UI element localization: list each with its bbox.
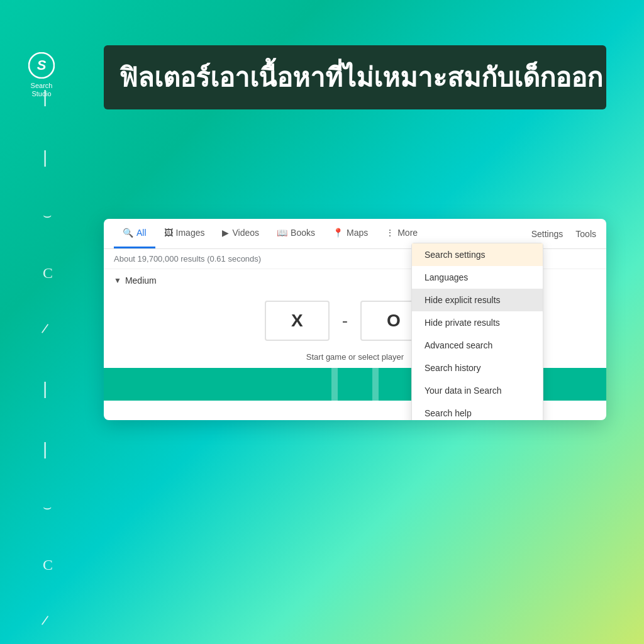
tab-maps[interactable]: 📍 Maps [324,219,377,248]
dropdown-menu: Search settings Languages Hide explicit … [411,243,543,420]
left-decorative: | | ⌣ C / | | ⌣ C / | [43,88,53,644]
tab-books[interactable]: 📖 Books [268,219,324,248]
player-x-slot[interactable]: X [265,301,330,341]
dropdown-search-help[interactable]: Search help [412,402,543,420]
settings-link[interactable]: Settings [531,229,564,239]
game-bar-divider-2 [372,368,379,401]
game-difficulty: Medium [125,275,157,286]
dropdown-search-history[interactable]: Search history [412,357,543,379]
maps-icon: 📍 [333,228,343,238]
more-dots-icon: ⋮ [386,228,394,238]
game-bar-divider-1 [331,368,338,401]
dropdown-languages[interactable]: Languages [412,266,543,289]
images-icon: 🖼 [164,228,173,238]
dropdown-advanced-search[interactable]: Advanced search [412,334,543,357]
dropdown-hide-explicit[interactable]: Hide explicit results [412,289,543,311]
score-dash-1: - [342,311,348,331]
dropdown-hide-private[interactable]: Hide private results [412,311,543,334]
browser-window: 🔍 All 🖼 Images ▶ Videos 📖 Books 📍 Maps ⋮ [104,219,606,420]
videos-icon: ▶ [222,228,229,238]
game-bar-mid [338,368,372,401]
nav-right: Settings Tools [531,229,596,239]
search-icon: 🔍 [123,228,133,238]
tab-all[interactable]: 🔍 All [114,219,155,248]
svg-text:S: S [37,57,47,73]
background: S Search Studio | | ⌣ C / | | ⌣ C / | ฟิ… [0,0,644,644]
player-x-label: X [291,311,303,331]
game-bar-x [104,368,331,401]
tab-videos[interactable]: ▶ Videos [213,219,268,248]
title-text: ฟิลเตอร์เอาเนื้อหาที่ไม่เหมาะสมกับเด็กออ… [119,57,591,98]
collapse-arrow[interactable]: ▼ [114,276,121,285]
tab-images[interactable]: 🖼 Images [155,219,214,248]
books-icon: 📖 [277,228,287,238]
dropdown-search-settings[interactable]: Search settings [412,243,543,266]
search-nav: 🔍 All 🖼 Images ▶ Videos 📖 Books 📍 Maps ⋮ [104,219,606,249]
logo-icon: S [26,50,57,80]
tools-link[interactable]: Tools [575,229,596,239]
dropdown-your-data[interactable]: Your data in Search [412,379,543,402]
player-o-label: O [387,311,401,331]
title-banner: ฟิลเตอร์เอาเนื้อหาที่ไม่เหมาะสมกับเด็กออ… [104,45,606,109]
